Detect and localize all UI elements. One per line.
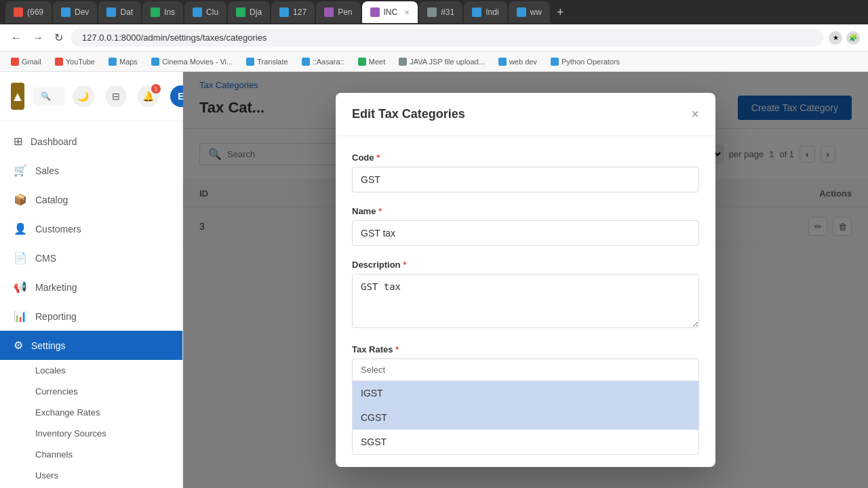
tab-favicon-pen	[324, 7, 334, 17]
name-label: Name *	[352, 206, 699, 216]
url-input[interactable]	[71, 28, 823, 47]
tab-dat[interactable]: Dat	[98, 1, 141, 23]
tab-favicon-clu	[193, 7, 202, 17]
bookmark-label: YouTube	[66, 58, 95, 66]
gmail-icon	[11, 58, 19, 66]
tab-favicon-inc	[370, 7, 380, 17]
sidebar-item-label: Customers	[35, 224, 81, 235]
notification-icon[interactable]: 🔔 1	[138, 85, 159, 107]
tab-label: Ins	[164, 7, 175, 17]
bookmark-label: JAVA JSP file upload...	[410, 58, 485, 66]
sub-nav-inventory-sources[interactable]: Inventory Sources	[35, 423, 182, 444]
modal-title: Edit Tax Categories	[352, 107, 465, 121]
bookmark-youtube[interactable]: YouTube	[50, 56, 100, 67]
tax-rate-igst[interactable]: IGST	[353, 381, 698, 405]
sidebar-item-label: Sales	[35, 165, 59, 176]
back-button[interactable]: ←	[8, 29, 24, 47]
sidebar-search-bar[interactable]: 🔍	[33, 87, 64, 106]
reload-button[interactable]: ↻	[52, 28, 66, 47]
code-input[interactable]	[352, 167, 699, 192]
sidebar-item-label: Catalog	[35, 195, 68, 205]
forward-button[interactable]: →	[30, 29, 46, 47]
sub-nav-locales[interactable]: Locales	[35, 360, 182, 381]
logo-icon: ▲	[11, 89, 24, 104]
modal-body: Code * Name * Descript	[336, 136, 715, 468]
sidebar-item-settings[interactable]: ⚙ Settings	[0, 331, 182, 360]
browser-chrome: (669 Dev Dat Ins Clu Dja 127 Pen	[0, 0, 868, 72]
bookmark-aasara[interactable]: ::Aasara::	[296, 56, 350, 67]
sidebar-item-cms[interactable]: 📄 CMS	[0, 243, 182, 272]
bookmark-webdev[interactable]: web dev	[493, 56, 542, 67]
sidebar-item-reporting[interactable]: 📊 Reporting	[0, 302, 182, 331]
tab-label: Dja	[250, 7, 262, 17]
tab-youtube[interactable]: (669	[5, 1, 52, 23]
extension-icon[interactable]: 🧩	[846, 31, 860, 45]
sub-nav-currencies[interactable]: Currencies	[35, 381, 182, 402]
tab-label: #31	[441, 7, 454, 17]
tab-ins[interactable]: Ins	[142, 1, 183, 23]
tab-favicon-ww	[517, 7, 526, 17]
bookmark-translate[interactable]: Translate	[241, 56, 293, 67]
tax-rates-box: Select IGST CGST SGST	[352, 359, 699, 455]
bookmark-python[interactable]: Python Operators	[545, 56, 625, 67]
tab-indi[interactable]: Indi	[464, 1, 507, 23]
tax-rates-label: Tax Rates *	[352, 344, 699, 354]
sub-nav-users[interactable]: Users	[35, 465, 182, 486]
top-bar-right: 🌙 ⊟ 🔔 1 E	[73, 85, 192, 107]
settings-icon: ⚙	[14, 339, 23, 352]
tab-close-icon[interactable]: ✕	[404, 9, 410, 16]
sidebar-item-label: CMS	[35, 253, 56, 264]
sidebar-item-customers[interactable]: 👤 Customers	[0, 214, 182, 243]
tab-dja[interactable]: Dja	[228, 1, 270, 23]
sidebar-item-label: Marketing	[35, 282, 77, 293]
name-field-group: Name *	[352, 206, 699, 246]
tab-label: Indi	[486, 7, 498, 17]
bookmark-cinema[interactable]: Cinema Movies - Vi...	[146, 56, 238, 67]
description-textarea[interactable]: GST tax	[352, 274, 699, 328]
sub-nav-channels[interactable]: Channels	[35, 444, 182, 465]
bookmarks-bar: Gmail YouTube Maps Cinema Movies - Vi...…	[0, 52, 868, 72]
layout-icon[interactable]: ⊟	[105, 85, 127, 107]
bookmark-maps[interactable]: Maps	[103, 56, 143, 67]
tab-label: Dev	[75, 7, 89, 17]
tab-clu[interactable]: Clu	[184, 1, 226, 23]
new-tab-button[interactable]: +	[551, 5, 570, 20]
sidebar-item-catalog[interactable]: 📦 Catalog	[0, 185, 182, 214]
tax-rate-cgst[interactable]: CGST	[353, 405, 698, 430]
tab-label: Clu	[206, 7, 218, 17]
tab-inc[interactable]: INC ✕	[362, 1, 418, 23]
tab-favicon-dja	[236, 7, 245, 17]
meet-icon	[358, 58, 366, 66]
name-input[interactable]	[352, 220, 699, 246]
tab-ww[interactable]: ww	[509, 1, 550, 23]
tab-favicon-indi	[472, 7, 481, 17]
bookmark-meet[interactable]: Meet	[353, 56, 391, 67]
tab-label: 127	[293, 7, 307, 17]
tab-31[interactable]: #31	[419, 1, 462, 23]
modal-close-button[interactable]: ×	[691, 106, 699, 122]
sidebar-item-marketing[interactable]: 📢 Marketing	[0, 272, 182, 302]
bookmark-star-icon[interactable]: ★	[829, 31, 842, 45]
youtube-icon	[55, 58, 63, 66]
java-icon	[399, 58, 407, 66]
tab-dev[interactable]: Dev	[53, 1, 97, 23]
bookmark-java[interactable]: JAVA JSP file upload...	[393, 56, 490, 67]
sidebar-item-sales[interactable]: 🛒 Sales	[0, 156, 182, 185]
notification-badge: 1	[151, 84, 161, 94]
bookmark-label: web dev	[509, 58, 537, 66]
tax-rate-sgst[interactable]: SGST	[353, 430, 698, 454]
tab-pen[interactable]: Pen	[316, 1, 360, 23]
sub-nav-exchange-rates[interactable]: Exchange Rates	[35, 402, 182, 423]
sidebar-item-dashboard[interactable]: ⊞ Dashboard	[0, 127, 182, 156]
tab-label: ww	[530, 7, 542, 17]
moon-icon[interactable]: 🌙	[73, 85, 94, 107]
sidebar-nav: ⊞ Dashboard 🛒 Sales 📦 Catalog 👤 Customer…	[0, 121, 182, 488]
code-field-group: Code *	[352, 152, 699, 192]
tax-rates-placeholder[interactable]: Select	[353, 359, 698, 381]
tax-rates-scroll: IGST CGST SGST	[353, 381, 698, 454]
app-layout: ▲ 🔍 🌙 ⊟ 🔔 1 E ⊞ Dashboard �	[0, 72, 868, 488]
tab-127[interactable]: 127	[271, 1, 315, 23]
tab-label: INC	[384, 7, 398, 17]
bookmark-gmail[interactable]: Gmail	[5, 56, 47, 67]
tax-rates-field-group: Tax Rates * Select IGST CGST SGST	[352, 344, 699, 455]
